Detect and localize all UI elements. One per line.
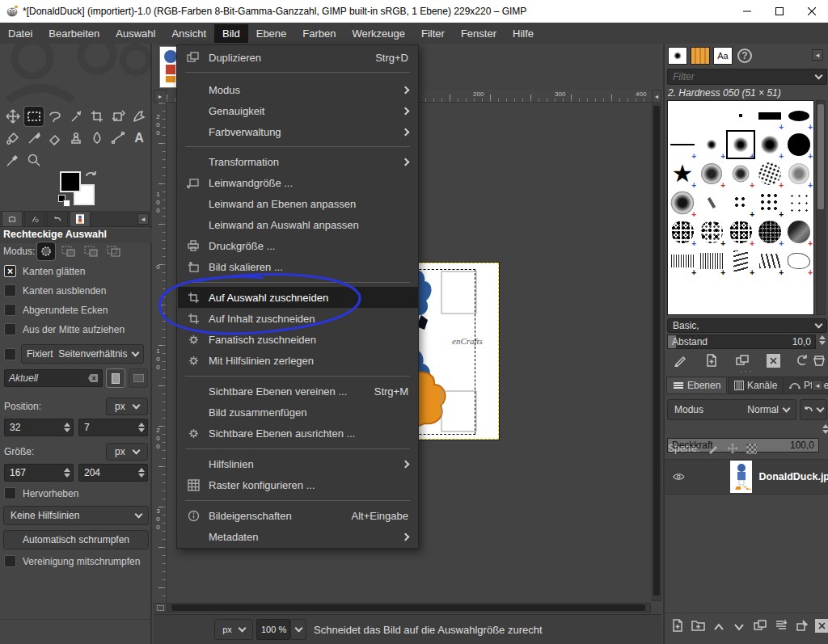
tab-ebenen[interactable]: Ebenen	[666, 377, 727, 394]
brush-thumbnail[interactable]: +	[726, 217, 755, 246]
brush-thumbnail[interactable]: +	[755, 246, 784, 276]
menu-datei[interactable]: Datei	[0, 24, 40, 43]
menu-bearbeiten[interactable]: Bearbeiten	[40, 24, 108, 43]
layer-name[interactable]: DonaldDuck.jp	[758, 471, 828, 482]
statusbar-zoom-dropdown[interactable]	[290, 619, 306, 640]
brush-thumbnail[interactable]: +	[697, 246, 726, 276]
menu-item-leinwand-ebenen[interactable]: Leinwand an Ebenen anpassen	[178, 193, 418, 214]
delete-layer-button[interactable]	[815, 619, 828, 633]
delete-brush-button[interactable]	[767, 354, 780, 368]
spinner-arrows-icon[interactable]	[136, 468, 147, 478]
layers-dock-menu-button[interactable]: ◂	[812, 380, 823, 391]
brush-grid-scrollbar[interactable]	[816, 100, 826, 315]
menu-item-leinwandgroesse[interactable]: Leinwandgröße ...	[178, 172, 418, 193]
new-brush-button[interactable]	[705, 354, 718, 370]
visibility-eye-icon[interactable]	[673, 471, 685, 482]
brush-thumbnail[interactable]: +	[755, 217, 784, 246]
anchor-layer-button[interactable]	[796, 619, 809, 635]
menu-item-duplizieren[interactable]: Duplizieren Strg+D	[178, 47, 418, 68]
brush-thumbnail[interactable]	[697, 188, 726, 217]
brush-thumbnail[interactable]: +	[668, 188, 697, 217]
statusbar-zoom-field[interactable]: 100 %	[256, 619, 290, 640]
brush-grid[interactable]: + + + + + + + ★+ + + + + + + + + + + + +…	[667, 100, 814, 315]
size-unit-dropdown[interactable]: px	[106, 443, 148, 461]
brush-thumbnail[interactable]: +	[668, 217, 697, 246]
abgerundete-ecken-checkbox[interactable]	[4, 304, 16, 316]
move-tool[interactable]	[3, 107, 23, 126]
guides-dropdown[interactable]: Keine Hilfslinien	[3, 506, 149, 525]
brush-thumbnail[interactable]: +	[755, 159, 784, 188]
crop-tool[interactable]	[87, 107, 107, 126]
menu-bild[interactable]: Bild	[214, 24, 248, 43]
swap-colors-icon[interactable]	[84, 170, 99, 183]
size-width-spinner[interactable]: 167	[4, 464, 74, 482]
kanten-ausblenden-checkbox[interactable]	[4, 284, 16, 297]
brush-thumbnail[interactable]	[668, 101, 697, 130]
quick-mask-button[interactable]	[154, 603, 167, 612]
menu-werkzeuge[interactable]: Werkzeuge	[344, 24, 414, 43]
spinner-arrows-icon[interactable]	[136, 423, 147, 432]
abstand-spinner[interactable]	[817, 335, 828, 345]
brushes-tab[interactable]	[668, 47, 687, 65]
position-unit-dropdown[interactable]: px	[106, 398, 148, 415]
maximize-button[interactable]	[763, 0, 796, 23]
brush-thumbnail[interactable]: +	[726, 188, 755, 217]
ruler-corner-button[interactable]: ▸	[154, 90, 167, 103]
fonts-tab[interactable]: Aa	[713, 47, 733, 65]
clear-icon[interactable]	[88, 374, 98, 382]
text-tool[interactable]: A	[129, 128, 149, 148]
layer-mode-switch-button[interactable]	[800, 399, 827, 420]
select-mode-replace-button[interactable]	[37, 242, 55, 260]
size-height-spinner[interactable]: 204	[78, 464, 148, 482]
foreground-color-swatch[interactable]	[60, 171, 81, 192]
brush-thumbnail[interactable]: +	[755, 188, 784, 217]
fixiert-dropdown[interactable]: Fixiert Seitenverhältnis	[21, 344, 144, 364]
raise-layer-button[interactable]	[713, 621, 724, 635]
menu-item-modus[interactable]: Modus	[178, 79, 418, 100]
open-brush-button[interactable]	[813, 354, 825, 370]
tab-undo-history[interactable]	[47, 211, 68, 227]
portrait-orientation-button[interactable]	[106, 368, 125, 388]
merge-layer-button[interactable]	[775, 619, 788, 635]
clone-tool[interactable]	[66, 128, 86, 148]
tab-kanaele[interactable]: Kanäle	[728, 377, 784, 394]
position-x-spinner[interactable]: 32	[4, 419, 74, 436]
select-mode-intersect-button[interactable]	[107, 246, 121, 260]
brush-filter-input[interactable]	[673, 71, 802, 82]
brush-thumbnail[interactable]	[726, 101, 755, 130]
menu-item-druckgroesse[interactable]: Druckgröße ...	[178, 235, 418, 256]
menu-item-genauigkeit[interactable]: Genauigkeit	[178, 100, 418, 121]
kanten-glaetten-checkbox[interactable]: ×	[4, 265, 16, 277]
brush-thumbnail[interactable]: +	[668, 246, 697, 276]
menu-hilfe[interactable]: Hilfe	[505, 24, 542, 43]
menu-item-hilfslinien[interactable]: Hilfslinien	[178, 453, 418, 474]
unified-transform-tool[interactable]	[108, 107, 128, 126]
brush-thumbnail[interactable]: +	[784, 130, 813, 159]
new-layer-button[interactable]	[671, 619, 684, 635]
brush-thumbnail[interactable]: +	[697, 217, 726, 246]
auto-shrink-button[interactable]: Automatisch schrumpfen	[3, 530, 149, 549]
lock-position-icon[interactable]	[727, 443, 738, 454]
menu-item-raster-konfigurieren[interactable]: Raster konfigurieren ...	[178, 474, 418, 495]
menu-item-bildeigenschaften[interactable]: Bildeigenschaften Alt+Eingabe	[178, 505, 418, 526]
brush-thumbnail[interactable]: +	[697, 159, 726, 188]
brush-thumbnail[interactable]	[784, 188, 813, 217]
abstand-slider[interactable]: Abstand 10,0	[667, 335, 816, 349]
brush-thumbnail[interactable]: +	[726, 246, 755, 276]
menu-item-bild-skalieren[interactable]: Bild skalieren ...	[178, 256, 418, 277]
help-tab[interactable]: ?	[736, 47, 754, 65]
menu-item-bild-zusammenfuegen[interactable]: Bild zusammenfügen	[178, 402, 418, 423]
menu-farben[interactable]: Farben	[294, 24, 344, 43]
spinner-arrows-icon[interactable]	[61, 468, 73, 478]
menu-item-fanatisch-zuschneiden[interactable]: Fanatisch zuschneiden	[178, 329, 418, 350]
smudge-tool[interactable]	[87, 128, 107, 148]
brush-thumbnail[interactable]: ★+	[668, 159, 697, 188]
landscape-orientation-button[interactable]	[129, 368, 148, 388]
lower-layer-button[interactable]	[733, 621, 745, 635]
brush-thumbnail-selected[interactable]: +	[726, 130, 755, 159]
menu-ebene[interactable]: Ebene	[248, 24, 295, 43]
menu-item-metadaten[interactable]: Metadaten	[178, 526, 418, 547]
select-mode-subtract-button[interactable]	[84, 246, 99, 260]
handle-transform-tool[interactable]	[129, 107, 149, 126]
refresh-brushes-button[interactable]	[796, 354, 809, 370]
